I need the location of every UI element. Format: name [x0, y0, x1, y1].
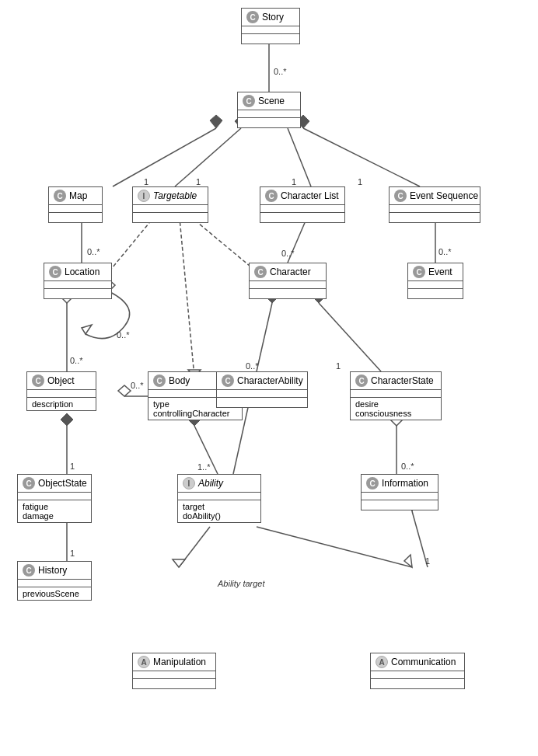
- targetable-class: I Targetable: [132, 186, 208, 223]
- svg-line-44: [257, 527, 412, 567]
- charstate-badge: C: [355, 375, 368, 387]
- svg-line-46: [412, 511, 428, 567]
- character-class: C Character: [249, 263, 327, 299]
- object-state-class: C ObjectState fatiguedamage: [17, 474, 92, 523]
- location-name: Location: [65, 267, 100, 277]
- info-badge: C: [366, 477, 379, 489]
- svg-text:0..*: 0..*: [117, 330, 130, 340]
- objstate-attrs: fatiguedamage: [18, 500, 91, 522]
- character-badge: C: [254, 266, 267, 278]
- svg-text:0..*: 0..*: [70, 356, 83, 365]
- objstate-name: ObjectState: [38, 478, 87, 489]
- character-name: Character: [270, 267, 311, 277]
- event-sequence-class: C Event Sequence: [389, 186, 480, 223]
- svg-marker-43: [173, 559, 185, 567]
- history-attrs: previousScene: [18, 587, 91, 600]
- manipulation-name: Manipulation: [153, 657, 206, 667]
- svg-text:0..*: 0..*: [87, 247, 100, 256]
- event-class: C Event: [407, 263, 463, 299]
- svg-text:0..*: 0..*: [438, 247, 452, 256]
- history-name: History: [38, 565, 67, 576]
- svg-marker-20: [61, 413, 73, 426]
- character-state-class: C CharacterState desireconsciousness: [350, 371, 442, 420]
- svg-line-42: [179, 527, 210, 567]
- svg-text:1: 1: [70, 549, 75, 558]
- story-class: C Story: [241, 8, 300, 44]
- svg-text:1: 1: [70, 462, 75, 471]
- story-badge: C: [246, 11, 259, 23]
- svg-text:1: 1: [358, 177, 362, 186]
- svg-marker-45: [404, 555, 412, 567]
- svg-text:1: 1: [425, 556, 430, 566]
- body-badge: C: [153, 375, 166, 387]
- map-badge: C: [54, 190, 66, 202]
- svg-marker-18: [118, 385, 131, 396]
- body-name: Body: [169, 375, 190, 386]
- svg-text:0..*: 0..*: [131, 381, 144, 390]
- svg-marker-13: [82, 325, 92, 334]
- object-attrs: description: [27, 398, 96, 410]
- ability-name: Ability: [198, 478, 223, 489]
- communication-badge: A: [376, 656, 388, 668]
- svg-text:1: 1: [336, 361, 341, 371]
- charability-badge: C: [222, 375, 234, 387]
- svg-text:0..*: 0..*: [401, 462, 414, 471]
- svg-text:1: 1: [144, 177, 148, 186]
- character-list-class: C Character List: [260, 186, 345, 223]
- map-name: Map: [69, 190, 87, 201]
- character-ability-class: C CharacterAbility: [216, 371, 308, 408]
- svg-line-27: [319, 303, 381, 371]
- story-name: Story: [262, 12, 284, 23]
- manipulation-badge: A: [138, 656, 150, 668]
- ability-class: I Ability targetdoAbility(): [177, 474, 261, 523]
- svg-line-25: [257, 303, 272, 371]
- location-badge: C: [49, 266, 61, 278]
- history-class: C History previousScene: [17, 561, 92, 601]
- location-class: C Location: [44, 263, 112, 299]
- charstate-name: CharacterState: [371, 375, 434, 386]
- svg-line-9: [303, 128, 420, 186]
- event-badge: C: [413, 266, 425, 278]
- svg-text:0..*: 0..*: [246, 361, 259, 371]
- charlist-badge: C: [265, 190, 278, 202]
- manipulation-class: A Manipulation: [132, 653, 216, 689]
- targetable-badge: I: [138, 190, 150, 202]
- charlist-name: Character List: [281, 190, 339, 201]
- scene-badge: C: [243, 95, 255, 107]
- charability-name: CharacterAbility: [237, 375, 303, 386]
- info-name: Information: [382, 478, 428, 489]
- svg-line-37: [194, 426, 218, 474]
- svg-text:1..*: 1..*: [197, 462, 211, 472]
- communication-name: Communication: [391, 657, 456, 667]
- svg-marker-4: [210, 115, 222, 128]
- communication-class: A Communication: [370, 653, 465, 689]
- svg-text:Ability target: Ability target: [217, 579, 265, 588]
- targetable-name: Targetable: [153, 190, 197, 201]
- event-name: Event: [428, 267, 452, 277]
- scene-name: Scene: [258, 96, 285, 106]
- information-class: C Information: [361, 474, 438, 510]
- object-class: C Object description: [26, 371, 96, 411]
- ability-attrs: targetdoAbility(): [178, 500, 260, 522]
- svg-text:0..*: 0..*: [281, 249, 295, 258]
- svg-text:0..*: 0..*: [274, 67, 287, 76]
- ability-badge: I: [183, 477, 195, 489]
- eventseq-badge: C: [394, 190, 407, 202]
- object-name: Object: [47, 375, 75, 386]
- charstate-attrs: desireconsciousness: [351, 398, 441, 420]
- history-badge: C: [23, 564, 35, 577]
- diagram: 0..* 1 1 1 1 0..* 0..* 0..* 0..* 1 1 0..…: [0, 0, 538, 756]
- object-badge: C: [32, 375, 44, 387]
- svg-text:1: 1: [196, 177, 201, 186]
- svg-line-7: [288, 128, 311, 186]
- scene-class: C Scene: [237, 92, 301, 128]
- map-class: C Map: [48, 186, 103, 223]
- objstate-badge: C: [23, 477, 35, 489]
- svg-line-3: [113, 128, 216, 186]
- svg-line-33: [179, 210, 194, 377]
- svg-line-5: [175, 128, 241, 186]
- eventseq-name: Event Sequence: [410, 190, 478, 201]
- svg-text:1: 1: [292, 177, 296, 186]
